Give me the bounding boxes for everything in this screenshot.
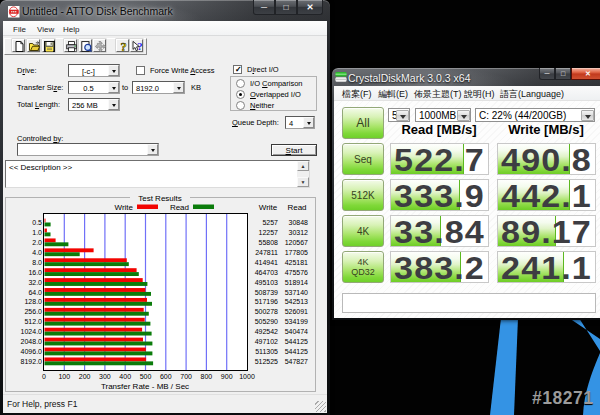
svg-text:518914: 518914	[285, 279, 308, 286]
svg-text:508739: 508739	[255, 289, 278, 296]
svg-text:400: 400	[119, 373, 131, 380]
svg-text:425181: 425181	[285, 259, 308, 266]
svg-text:Test Results: Test Results	[138, 194, 182, 203]
svg-text:Write: Write	[114, 203, 133, 212]
svg-text:512.0: 512.0	[24, 318, 42, 325]
svg-text:64.0: 64.0	[28, 289, 42, 296]
svg-text:464703: 464703	[255, 269, 278, 276]
svg-text:537140: 537140	[285, 289, 308, 296]
svg-text:120567: 120567	[285, 239, 308, 246]
svg-text:600: 600	[160, 373, 172, 380]
svg-text:540474: 540474	[285, 328, 308, 335]
svg-text:1.0: 1.0	[32, 229, 42, 236]
svg-text:492542: 492542	[255, 328, 278, 335]
svg-text:100: 100	[58, 373, 70, 380]
svg-text:547827: 547827	[285, 358, 308, 365]
svg-text:517196: 517196	[255, 298, 278, 305]
svg-text:800: 800	[201, 373, 213, 380]
svg-text:Write: Write	[259, 203, 278, 212]
svg-text:12257: 12257	[259, 229, 279, 236]
svg-text:8192.0: 8192.0	[21, 358, 43, 365]
svg-text:526091: 526091	[285, 308, 308, 315]
svg-text:534199: 534199	[285, 318, 308, 325]
svg-text:0.5: 0.5	[32, 219, 42, 226]
svg-text:300: 300	[99, 373, 111, 380]
svg-text:512525: 512525	[255, 358, 278, 365]
svg-text:414941: 414941	[255, 259, 278, 266]
svg-text:495103: 495103	[255, 279, 278, 286]
svg-text:32.0: 32.0	[28, 279, 42, 286]
svg-text:544125: 544125	[285, 348, 308, 355]
svg-text:505290: 505290	[255, 318, 278, 325]
svg-text:5257: 5257	[262, 219, 278, 226]
svg-text:900: 900	[221, 373, 233, 380]
svg-text:177805: 177805	[285, 249, 308, 256]
svg-text:2.0: 2.0	[32, 239, 42, 246]
svg-text:700: 700	[180, 373, 192, 380]
svg-text:0: 0	[42, 373, 46, 380]
svg-text:30848: 30848	[289, 219, 309, 226]
svg-text:497102: 497102	[255, 338, 278, 345]
svg-text:247811: 247811	[255, 249, 278, 256]
svg-text:500: 500	[140, 373, 152, 380]
svg-text:4096.0: 4096.0	[21, 348, 43, 355]
svg-text:500278: 500278	[255, 308, 278, 315]
svg-text:Transfer Rate - MB / Sec: Transfer Rate - MB / Sec	[101, 382, 189, 391]
svg-text:Read: Read	[287, 203, 306, 212]
svg-text:1000: 1000	[239, 373, 255, 380]
svg-text:200: 200	[79, 373, 91, 380]
svg-text:?: ?	[120, 41, 126, 52]
svg-text:256.0: 256.0	[24, 308, 42, 315]
svg-text:55808: 55808	[259, 239, 279, 246]
svg-text:475576: 475576	[285, 269, 308, 276]
svg-text:544125: 544125	[285, 338, 308, 345]
svg-text:8.0: 8.0	[32, 259, 42, 266]
svg-text:542513: 542513	[285, 298, 308, 305]
svg-text:1024.0: 1024.0	[21, 328, 43, 335]
svg-text:2048.0: 2048.0	[21, 338, 43, 345]
svg-text:4.0: 4.0	[32, 249, 42, 256]
svg-text:16.0: 16.0	[28, 269, 42, 276]
svg-text:30312: 30312	[289, 229, 309, 236]
svg-text:511305: 511305	[255, 348, 278, 355]
svg-text:128.0: 128.0	[24, 298, 42, 305]
svg-text:Read: Read	[170, 203, 189, 212]
